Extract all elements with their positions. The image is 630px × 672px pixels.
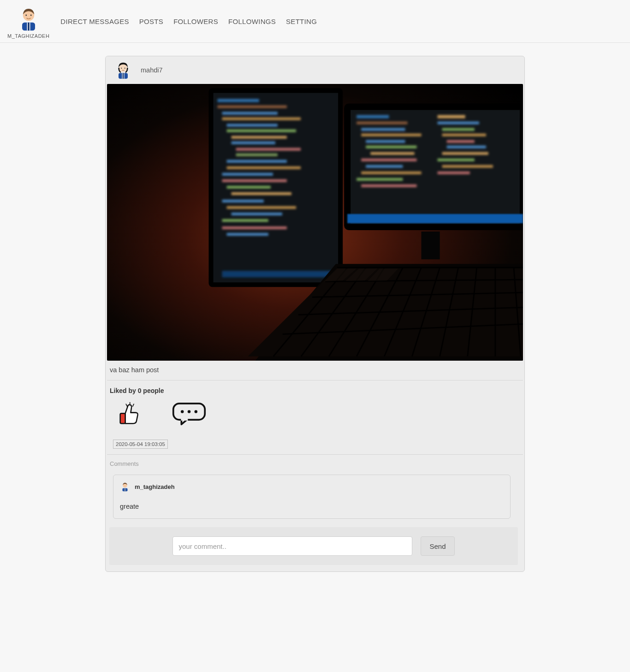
svg-rect-8 xyxy=(123,73,124,79)
svg-rect-45 xyxy=(361,159,416,161)
comment-item: m_taghizadeh greate xyxy=(113,475,511,519)
speech-bubble-icon xyxy=(172,402,206,428)
post-caption: va baz ham post xyxy=(107,361,523,381)
comment-button[interactable] xyxy=(173,399,205,431)
nav-avatar-icon xyxy=(16,6,42,31)
svg-rect-83 xyxy=(120,413,125,423)
svg-rect-20 xyxy=(232,136,287,139)
svg-rect-44 xyxy=(370,152,414,155)
svg-point-5 xyxy=(30,15,32,16)
svg-rect-32 xyxy=(232,213,282,215)
svg-rect-88 xyxy=(181,418,188,421)
svg-rect-59 xyxy=(438,172,470,174)
svg-rect-47 xyxy=(361,172,421,174)
svg-rect-33 xyxy=(222,219,268,222)
likes-count: Liked by 0 people xyxy=(107,381,523,394)
svg-point-11 xyxy=(125,68,125,69)
svg-rect-43 xyxy=(366,146,416,149)
svg-rect-58 xyxy=(442,165,493,168)
svg-rect-52 xyxy=(442,128,475,131)
send-button[interactable]: Send xyxy=(421,536,454,556)
svg-point-4 xyxy=(25,15,27,16)
svg-point-91 xyxy=(195,410,197,413)
svg-rect-26 xyxy=(222,173,273,176)
svg-rect-16 xyxy=(222,112,278,114)
navbar: M_TAGHIZADEH DIRECT MESSAGES POSTS FOLLO… xyxy=(0,0,630,43)
post-header[interactable]: mahdi7 xyxy=(106,56,171,84)
svg-rect-60 xyxy=(347,214,523,223)
svg-rect-36 xyxy=(222,271,333,277)
svg-rect-21 xyxy=(232,142,275,144)
svg-rect-61 xyxy=(422,232,440,259)
nav-link-setting[interactable]: SETTING xyxy=(286,18,317,25)
svg-rect-17 xyxy=(222,117,301,120)
svg-rect-35 xyxy=(227,233,268,236)
svg-rect-51 xyxy=(438,122,479,125)
post-card: mahdi7 xyxy=(105,56,525,572)
comment-form: Send xyxy=(109,527,518,565)
svg-rect-28 xyxy=(227,186,271,189)
comment-author: m_taghizadeh xyxy=(135,483,175,490)
nav-links: DIRECT MESSAGES POSTS FOLLOWERS FOLLOWIN… xyxy=(60,18,327,27)
svg-rect-24 xyxy=(227,160,287,163)
svg-rect-38 xyxy=(357,115,389,118)
svg-rect-14 xyxy=(218,99,259,102)
post-timestamp: 2020-05-04 19:03:05 xyxy=(113,440,168,449)
svg-rect-39 xyxy=(357,122,407,125)
svg-rect-2 xyxy=(28,23,30,31)
svg-rect-42 xyxy=(366,140,405,143)
post-author-avatar-icon xyxy=(114,61,132,79)
svg-rect-15 xyxy=(218,105,287,108)
svg-rect-54 xyxy=(447,140,475,143)
svg-rect-29 xyxy=(232,192,291,195)
comment-body: greate xyxy=(120,503,504,510)
post-image[interactable] xyxy=(107,84,523,361)
svg-line-84 xyxy=(126,404,127,406)
post-actions xyxy=(106,394,524,433)
post-author-name: mahdi7 xyxy=(141,66,163,74)
svg-rect-18 xyxy=(227,124,278,127)
comment-avatar-icon xyxy=(120,482,130,492)
nav-link-followers[interactable]: FOLLOWERS xyxy=(173,18,218,25)
svg-rect-27 xyxy=(222,179,287,182)
thumbs-up-icon xyxy=(117,402,142,428)
comments-heading: Comments xyxy=(107,455,523,472)
nav-link-direct-messages[interactable]: DIRECT MESSAGES xyxy=(60,18,129,25)
svg-rect-22 xyxy=(236,148,301,151)
svg-rect-41 xyxy=(361,134,421,137)
comment-header: m_taghizadeh xyxy=(120,482,504,492)
svg-rect-25 xyxy=(227,167,301,169)
nav-link-followings[interactable]: FOLLOWINGS xyxy=(228,18,276,25)
page-container: mahdi7 xyxy=(0,43,630,590)
svg-line-86 xyxy=(133,404,134,406)
svg-rect-55 xyxy=(447,146,486,149)
svg-rect-19 xyxy=(227,130,296,132)
svg-point-89 xyxy=(181,410,184,413)
svg-rect-49 xyxy=(361,184,416,187)
comment-input[interactable] xyxy=(172,536,412,556)
like-button[interactable] xyxy=(113,399,145,431)
svg-rect-31 xyxy=(227,206,296,209)
svg-point-10 xyxy=(121,68,122,69)
svg-rect-56 xyxy=(442,152,488,155)
nav-profile-link[interactable]: M_TAGHIZADEH xyxy=(7,6,49,39)
svg-rect-50 xyxy=(438,115,465,118)
svg-rect-23 xyxy=(236,154,278,156)
svg-rect-94 xyxy=(125,488,125,491)
svg-rect-34 xyxy=(222,226,287,229)
svg-rect-48 xyxy=(357,178,403,181)
nav-link-posts[interactable]: POSTS xyxy=(139,18,163,25)
svg-rect-40 xyxy=(361,128,405,131)
svg-rect-53 xyxy=(442,134,486,137)
svg-point-90 xyxy=(188,410,190,413)
svg-rect-46 xyxy=(366,165,403,168)
svg-rect-30 xyxy=(222,200,264,202)
nav-username: M_TAGHIZADEH xyxy=(7,33,49,39)
svg-rect-57 xyxy=(438,159,475,161)
